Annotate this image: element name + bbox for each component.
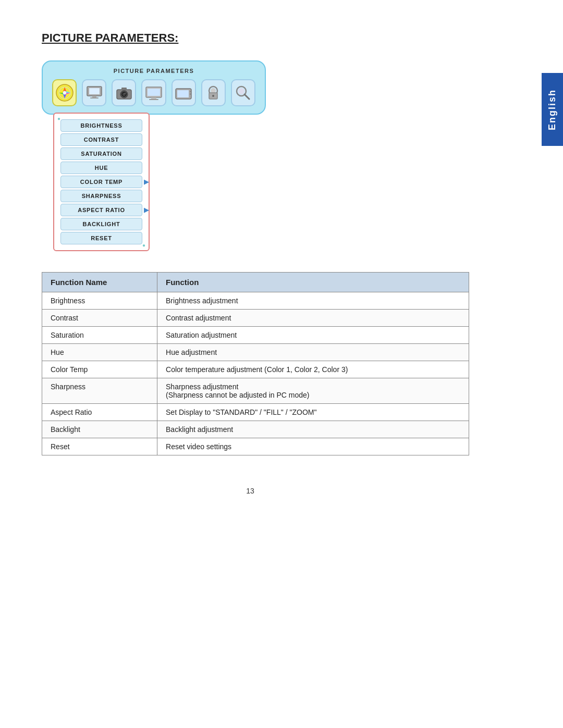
function-name-cell: Contrast (42, 310, 157, 327)
function-description-cell: Hue adjustment (157, 344, 469, 361)
function-name-cell: Saturation (42, 327, 157, 344)
function-description-cell: Set Display to "STANDARD" / "FILL" / "ZO… (157, 404, 469, 421)
monitor-icon[interactable] (82, 79, 106, 106)
function-name-cell: Aspect Ratio (42, 404, 157, 421)
menu-item-saturation[interactable]: SATURATION (60, 147, 142, 160)
panel-title: PICTURE PARAMETERS (52, 68, 255, 74)
svg-rect-16 (149, 99, 158, 100)
function-name-cell: Sharpness (42, 378, 157, 404)
icon-row (52, 79, 255, 106)
menu-item-color-temp[interactable]: COLOR TEMP▶ (60, 176, 142, 188)
table-row: SharpnessSharpness adjustment(Sharpness … (42, 378, 469, 404)
page-title: PICTURE PARAMETERS: (42, 31, 459, 45)
function-name-cell: Backlight (42, 421, 157, 438)
col-header-name: Function Name (42, 273, 157, 292)
function-description-cell: Brightness adjustment (157, 292, 469, 310)
menu-item-contrast[interactable]: CONTRAST (60, 133, 142, 146)
lock-icon[interactable] (201, 79, 226, 106)
svg-point-24 (212, 95, 214, 97)
function-description-cell: Sharpness adjustment(Sharpness cannot be… (157, 378, 469, 404)
svg-rect-4 (89, 88, 100, 94)
picture-icon[interactable] (52, 79, 77, 106)
svg-rect-15 (151, 97, 156, 99)
table-row: HueHue adjustment (42, 344, 469, 361)
function-name-cell: Brightness (42, 292, 157, 310)
tv-icon[interactable] (172, 79, 196, 106)
svg-rect-18 (177, 90, 189, 97)
svg-rect-8 (121, 88, 127, 91)
display-icon[interactable] (141, 79, 166, 106)
function-description-cell: Reset video settings (157, 438, 469, 455)
camera-icon[interactable] (112, 79, 136, 106)
menu-item-reset[interactable]: RESET (60, 232, 142, 244)
function-name-cell: Hue (42, 344, 157, 361)
svg-point-26 (238, 88, 244, 94)
function-description-cell: Backlight adjustment (157, 421, 469, 438)
table-row: ContrastContrast adjustment (42, 310, 469, 327)
picture-parameters-panel: PICTURE PARAMETERS (42, 60, 266, 115)
menu-panel: BRIGHTNESSCONTRASTSATURATIONHUECOLOR TEM… (53, 113, 150, 251)
svg-rect-5 (92, 96, 96, 97)
search-icon[interactable] (231, 79, 255, 106)
table-row: BacklightBacklight adjustment (42, 421, 469, 438)
svg-rect-6 (90, 97, 99, 98)
table-row: Aspect RatioSet Display to "STANDARD" / … (42, 404, 469, 421)
table-row: BrightnessBrightness adjustment (42, 292, 469, 310)
svg-rect-14 (148, 89, 160, 96)
function-description-cell: Contrast adjustment (157, 310, 469, 327)
menu-item-aspect-ratio[interactable]: ASPECT RATIO▶ (60, 204, 142, 216)
table-row: SaturationSaturation adjustment (42, 327, 469, 344)
function-description-cell: Saturation adjustment (157, 327, 469, 344)
page-number: 13 (42, 487, 459, 495)
svg-point-12 (125, 93, 126, 94)
function-name-cell: Color Temp (42, 361, 157, 378)
table-row: ResetReset video settings (42, 438, 469, 455)
svg-point-2 (63, 91, 66, 95)
language-tab: English (542, 73, 563, 146)
function-table: Function Name Function BrightnessBrightn… (42, 272, 469, 455)
svg-rect-19 (190, 91, 191, 92)
col-header-function: Function (157, 273, 469, 292)
menu-item-hue[interactable]: HUE (60, 162, 142, 174)
menu-item-backlight[interactable]: BACKLIGHT (60, 218, 142, 230)
table-row: Color TempColor temperature adjustment (… (42, 361, 469, 378)
function-name-cell: Reset (42, 438, 157, 455)
function-description-cell: Color temperature adjustment (Color 1, C… (157, 361, 469, 378)
menu-item-sharpness[interactable]: SHARPNESS (60, 190, 142, 202)
svg-rect-20 (190, 93, 191, 95)
svg-line-27 (244, 94, 249, 99)
menu-item-brightness[interactable]: BRIGHTNESS (60, 119, 142, 132)
